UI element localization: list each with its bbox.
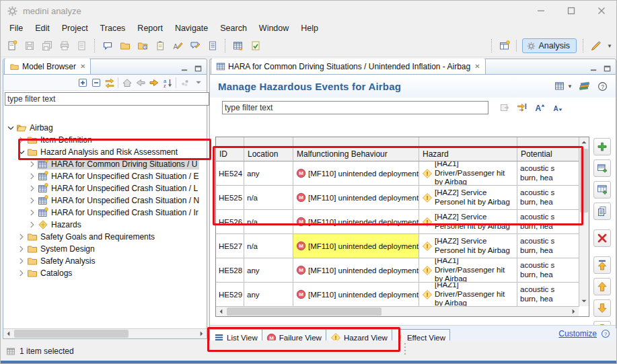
- chevron-right-icon[interactable]: [17, 232, 26, 242]
- menu-edit[interactable]: Edit: [29, 22, 56, 34]
- model-browser-filter-input[interactable]: [5, 92, 209, 106]
- jump-button[interactable]: [515, 101, 529, 114]
- chevron-right-icon[interactable]: [28, 220, 37, 229]
- tree-item-2[interactable]: Hazard Analysis and Risk Assessment: [3, 146, 207, 158]
- font-inc-button[interactable]: A: [533, 101, 546, 114]
- tree-item-12[interactable]: Catalogs: [3, 267, 207, 279]
- cell-potential[interactable]: acoustic sburn, hea: [517, 234, 579, 258]
- column-header-location[interactable]: Location: [244, 137, 293, 161]
- minimize-view-icon[interactable]: [178, 62, 190, 74]
- table-row[interactable]: HE526 n/a M[MF110] unintended deployment…: [216, 210, 589, 234]
- grid-select-button[interactable]: ▼: [554, 79, 573, 93]
- hscroll-thumb[interactable]: [227, 307, 382, 316]
- move-up-button[interactable]: [593, 278, 611, 295]
- cell-id[interactable]: HE524: [216, 161, 244, 186]
- menu-help[interactable]: Help: [295, 22, 324, 34]
- cell-hazard[interactable]: ![HAZ1] Driver/Passenger hit by Airbag: [419, 258, 517, 283]
- cell-malfunction[interactable]: M[MF110] unintended deployment: [293, 234, 419, 258]
- open-perspective-button[interactable]: [497, 38, 513, 54]
- attachment-button[interactable]: [152, 38, 168, 54]
- help-button[interactable]: ?: [595, 79, 609, 93]
- menu-search[interactable]: Search: [214, 22, 253, 34]
- chevron-right-icon[interactable]: [17, 135, 26, 145]
- customize-link[interactable]: Customize: [558, 329, 597, 338]
- tree-item-6[interactable]: HARA for Unspecified Crash Situation / N: [3, 194, 207, 207]
- scroll-left-icon[interactable]: [3, 329, 13, 338]
- document-button[interactable]: [205, 38, 221, 54]
- scroll-up-icon[interactable]: [579, 137, 589, 147]
- folder-recent-button[interactable]: [135, 38, 151, 54]
- view-menu-button[interactable]: [192, 76, 205, 89]
- table-vscrollbar[interactable]: [579, 137, 589, 306]
- cell-hazard[interactable]: ![HAZ1] Driver/Passenger hit by Airbag: [419, 283, 517, 307]
- tree-item-0[interactable]: Airbag: [3, 122, 207, 134]
- menu-report[interactable]: Report: [131, 22, 169, 34]
- save-button[interactable]: [22, 38, 38, 54]
- chevron-right-icon[interactable]: [28, 159, 37, 169]
- menu-window[interactable]: Window: [253, 22, 295, 34]
- link-button[interactable]: [178, 76, 192, 89]
- column-header-potential[interactable]: Potential: [517, 137, 579, 161]
- table-row[interactable]: HE528 any M[MF110] unintended deployment…: [216, 258, 589, 283]
- scroll-left-icon[interactable]: [216, 307, 226, 316]
- chevron-right-icon[interactable]: [17, 256, 26, 266]
- vscroll-thumb[interactable]: [580, 149, 588, 213]
- cell-location[interactable]: n/a: [244, 210, 293, 234]
- cell-potential[interactable]: acoustic sburn, hea: [517, 283, 579, 307]
- print-button[interactable]: [57, 38, 73, 54]
- save-all-button[interactable]: [39, 38, 55, 54]
- tab-model-browser[interactable]: Model Browser ✕: [4, 59, 91, 74]
- tree-item-3[interactable]: HARA for Common Driving Situations / U: [3, 158, 207, 170]
- cell-malfunction[interactable]: M[MF110] unintended deployment: [293, 161, 419, 186]
- cell-potential[interactable]: acoustic sburn, hea: [517, 186, 579, 210]
- cell-location[interactable]: n/a: [244, 186, 293, 210]
- chevron-right-icon[interactable]: [28, 196, 37, 205]
- menu-project[interactable]: Project: [56, 22, 94, 34]
- move-down-button[interactable]: [593, 299, 611, 317]
- style-brush-button[interactable]: [588, 38, 604, 54]
- forward-button[interactable]: [147, 76, 161, 89]
- table-filter-input[interactable]: [222, 101, 488, 114]
- column-header-id[interactable]: ID: [216, 137, 244, 161]
- minimize-icon[interactable]: [525, 1, 556, 21]
- report-button[interactable]: [74, 38, 90, 54]
- tree-item-4[interactable]: HARA for Unspecified Crash Situation / E: [3, 170, 207, 182]
- menu-file[interactable]: File: [3, 22, 29, 34]
- sort-az-button[interactable]: az: [161, 76, 174, 89]
- export-button[interactable]: [498, 101, 511, 114]
- folder-button[interactable]: [117, 38, 133, 54]
- cell-potential[interactable]: acoustic sburn, hea: [517, 210, 579, 234]
- cell-id[interactable]: HE528: [216, 258, 244, 283]
- tree-item-10[interactable]: System Design: [3, 243, 207, 255]
- collapse-all-button[interactable]: [89, 76, 103, 89]
- home-button[interactable]: [120, 76, 134, 89]
- close-icon[interactable]: ✕: [80, 63, 85, 70]
- cell-hazard[interactable]: ![HAZ2] Service Personel hit by Airbag: [419, 234, 517, 258]
- table-row[interactable]: HE524 any M[MF110] unintended deployment…: [216, 161, 589, 186]
- statusbar-grip[interactable]: [404, 343, 406, 355]
- chevron-right-icon[interactable]: [28, 172, 37, 181]
- cell-malfunction[interactable]: M[MF110] unintended deployment: [293, 186, 419, 210]
- cell-hazard[interactable]: ![HAZ1] Driver/Passenger hit by Airbag: [419, 161, 517, 186]
- scroll-down-icon[interactable]: [579, 296, 589, 306]
- minimize-view-icon[interactable]: [587, 62, 600, 74]
- cell-location[interactable]: any: [244, 258, 293, 283]
- scroll-right-icon[interactable]: [569, 307, 579, 316]
- cell-id[interactable]: HE525: [216, 186, 244, 210]
- cell-location[interactable]: any: [244, 283, 293, 307]
- comment-button[interactable]: [100, 38, 116, 54]
- hscroll-thumb[interactable]: [14, 330, 129, 338]
- cell-malfunction[interactable]: M[MF110] unintended deployment: [293, 258, 419, 283]
- tree-item-1[interactable]: Item Definition: [3, 134, 207, 146]
- chevron-right-icon[interactable]: [17, 268, 26, 278]
- table-row[interactable]: HE527 n/a M[MF110] unintended deployment…: [216, 234, 589, 258]
- cell-location[interactable]: n/a: [244, 234, 293, 258]
- menu-traces[interactable]: Traces: [94, 22, 132, 34]
- cell-malfunction[interactable]: M[MF110] unintended deployment: [293, 210, 419, 234]
- table-sync-button[interactable]: [230, 38, 246, 54]
- close-icon[interactable]: ✕: [474, 63, 480, 70]
- cell-id[interactable]: HE526: [216, 210, 244, 234]
- column-header-hazard[interactable]: Hazard: [419, 137, 517, 161]
- help-icon[interactable]: ?: [601, 329, 610, 338]
- maximize-view-icon[interactable]: [601, 62, 613, 74]
